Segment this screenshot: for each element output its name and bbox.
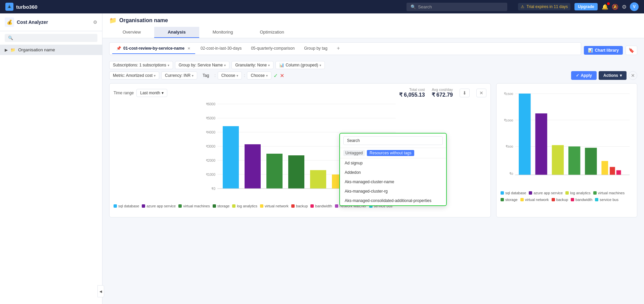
metric-filter[interactable]: Metric: Amortized cost ▾ bbox=[109, 71, 159, 80]
tag-choose1-filter[interactable]: Choose ▾ bbox=[218, 71, 242, 80]
trial-notice: ⚠ Trial expires in 11 days bbox=[518, 3, 570, 10]
chevron-down-icon: ▾ bbox=[168, 63, 169, 67]
svg-rect-18 bbox=[266, 154, 283, 189]
notification-badge bbox=[607, 2, 610, 5]
legend-log-analytics: log analytics bbox=[232, 204, 257, 208]
svg-rect-16 bbox=[223, 126, 239, 189]
alerts-icon[interactable]: 🔕 bbox=[612, 4, 618, 10]
settings-icon[interactable]: ⚙ bbox=[622, 4, 627, 10]
chevron-down-icon: ▾ bbox=[319, 63, 321, 67]
brand-logo[interactable]: turbo360 bbox=[5, 3, 37, 11]
dropdown-item-aks-cluster-rg[interactable]: Aks-managed-cluster-rg bbox=[340, 187, 446, 196]
global-search-text: Search bbox=[418, 4, 432, 9]
apply-button[interactable]: ✓ Apply bbox=[571, 71, 597, 80]
total-cost-metric: Total cost ₹ 6,055.13 bbox=[399, 88, 425, 98]
upgrade-button[interactable]: Upgrade bbox=[574, 3, 598, 10]
c2-legend-vnet: virtual network bbox=[520, 198, 549, 202]
avg-cost-label: Avg cost/day bbox=[432, 88, 453, 92]
subscriptions-filter-label: Subscriptions: 1 subscriptions bbox=[113, 63, 166, 67]
svg-rect-35 bbox=[552, 145, 564, 175]
dropdown-item-ad-signup[interactable]: Ad signup bbox=[340, 158, 446, 168]
tab-monitoring[interactable]: Monitoring bbox=[199, 27, 247, 38]
svg-rect-40 bbox=[616, 170, 621, 175]
tag-choose2-filter[interactable]: Choose ▾ bbox=[247, 71, 271, 80]
saved-tab-1-close[interactable]: ✕ bbox=[186, 46, 191, 51]
chevron-down-icon: ▾ bbox=[154, 74, 156, 78]
tab-optimization[interactable]: Optimization bbox=[246, 27, 297, 38]
svg-text:₹0: ₹0 bbox=[211, 187, 215, 191]
subscriptions-filter[interactable]: Subscriptions: 1 subscriptions ▾ bbox=[109, 61, 173, 69]
time-range-chevron: ▾ bbox=[162, 91, 164, 95]
saved-tab-3[interactable]: 05-quarterly-comparison bbox=[247, 43, 299, 54]
add-tab-button[interactable]: + bbox=[333, 43, 344, 55]
confirm-tag-icon[interactable]: ✓ bbox=[273, 72, 278, 79]
sidebar-header: 💰 Cost Analyzer ⚙ bbox=[0, 13, 102, 31]
charttype-filter-label: Column (grouped) bbox=[286, 63, 318, 67]
saved-tab-1[interactable]: 📌 01-cost-review-by-service-name ✕ bbox=[112, 43, 195, 54]
global-search[interactable]: 🔍 Search bbox=[406, 3, 507, 11]
charttype-filter[interactable]: 📊 Column (grouped) ▾ bbox=[275, 61, 325, 69]
tag-choose2-label: Choose bbox=[251, 73, 264, 78]
search-icon: 🔍 bbox=[411, 4, 416, 9]
saved-tab-2[interactable]: 02-cost-in-last-30-days bbox=[197, 43, 246, 54]
sidebar-collapse-button[interactable]: ◀ bbox=[97, 285, 104, 297]
currency-filter[interactable]: Currency: INR ▾ bbox=[161, 71, 197, 80]
svg-rect-20 bbox=[310, 170, 326, 189]
svg-rect-19 bbox=[288, 155, 304, 189]
dropdown-item-aks-cluster-name[interactable]: Aks-managed-cluster-name bbox=[340, 177, 446, 187]
notifications-icon[interactable]: 🔔 bbox=[602, 4, 608, 10]
warning-icon: ⚠ bbox=[521, 4, 524, 9]
svg-rect-38 bbox=[601, 161, 608, 175]
tab-analysis[interactable]: Analysis bbox=[154, 27, 199, 38]
tag-colon2: : bbox=[244, 73, 245, 78]
legend-azure-app-service: azure app service bbox=[142, 204, 176, 208]
dropdown-search-input[interactable] bbox=[343, 136, 443, 145]
c2-legend-bandwidth: bandwidth bbox=[571, 198, 592, 202]
total-cost-label: Total cost bbox=[399, 88, 425, 92]
c2-legend-sql: sql database bbox=[501, 191, 526, 195]
charts-area: Time range Last month ▾ Total cost ₹ 6,0… bbox=[109, 83, 637, 217]
chart-library-button[interactable]: 📊 Chart library bbox=[584, 46, 623, 55]
pin-icon: 📌 bbox=[116, 46, 121, 51]
sidebar-settings-icon[interactable]: ⚙ bbox=[93, 19, 97, 25]
svg-text:₹1000: ₹1000 bbox=[206, 173, 216, 176]
charttype-icon: 📊 bbox=[279, 63, 284, 67]
close-chart-button[interactable]: ✕ bbox=[476, 89, 486, 97]
saved-tab-4[interactable]: Group by tag bbox=[300, 43, 331, 54]
svg-rect-33 bbox=[519, 94, 530, 175]
groupby-filter-label: Group by: Service Name bbox=[179, 63, 223, 67]
bookmark-button[interactable]: 🔖 bbox=[626, 46, 637, 55]
tab-content-analysis: 📌 01-cost-review-by-service-name ✕ 02-co… bbox=[102, 38, 644, 304]
svg-text:₹2000: ₹2000 bbox=[206, 159, 216, 162]
dropdown-item-aks-additional[interactable]: Aks-managed-consolidated-additional-prop… bbox=[340, 196, 446, 205]
groupby-filter[interactable]: Group by: Service Name ▾ bbox=[175, 61, 229, 69]
svg-text:₹500: ₹500 bbox=[506, 145, 513, 148]
legend-bandwidth: bandwidth bbox=[310, 204, 332, 208]
time-range-select[interactable]: Last month ▾ bbox=[136, 89, 167, 97]
granularity-filter[interactable]: Granularity: None ▾ bbox=[231, 61, 273, 69]
actions-button[interactable]: Actions ▾ bbox=[599, 71, 627, 80]
dropdown-resources-without-tags-tag: Resources without tags bbox=[367, 150, 414, 156]
brand-icon bbox=[5, 3, 13, 11]
user-avatar[interactable]: V bbox=[630, 2, 639, 11]
dropdown-item-addedon[interactable]: Addedon bbox=[340, 168, 446, 177]
sidebar-item-org[interactable]: ▶ 📁 Organisation name bbox=[0, 45, 102, 55]
tag-dropdown: Untagged Resources without tags Ad signu… bbox=[339, 133, 447, 206]
currency-filter-label: Currency: INR bbox=[165, 73, 190, 78]
download-chart-button[interactable]: ⬇ bbox=[460, 89, 470, 97]
legend-virtual-network: virtual network bbox=[260, 204, 289, 208]
close-filters-button[interactable]: ✕ bbox=[629, 71, 637, 80]
tab-overview[interactable]: Overview bbox=[109, 27, 154, 38]
cancel-tag-icon[interactable]: ✕ bbox=[280, 72, 284, 79]
legend-backup: backup bbox=[291, 204, 308, 208]
granularity-filter-label: Granularity: None bbox=[235, 63, 267, 67]
page-title-text: Organisation name bbox=[119, 17, 168, 23]
sidebar-search[interactable]: 🔍 bbox=[5, 34, 97, 42]
filter-bar-row1: Subscriptions: 1 subscriptions ▾ Group b… bbox=[109, 61, 637, 69]
time-range-value: Last month bbox=[140, 91, 160, 95]
chevron-right-icon: ▶ bbox=[5, 48, 8, 52]
chevron-down-icon: ▾ bbox=[237, 74, 238, 78]
dropdown-untagged-tag: Untagged bbox=[343, 150, 365, 156]
tag-label-filter: Tag bbox=[199, 72, 212, 79]
saved-tab-2-label: 02-cost-in-last-30-days bbox=[201, 46, 242, 51]
